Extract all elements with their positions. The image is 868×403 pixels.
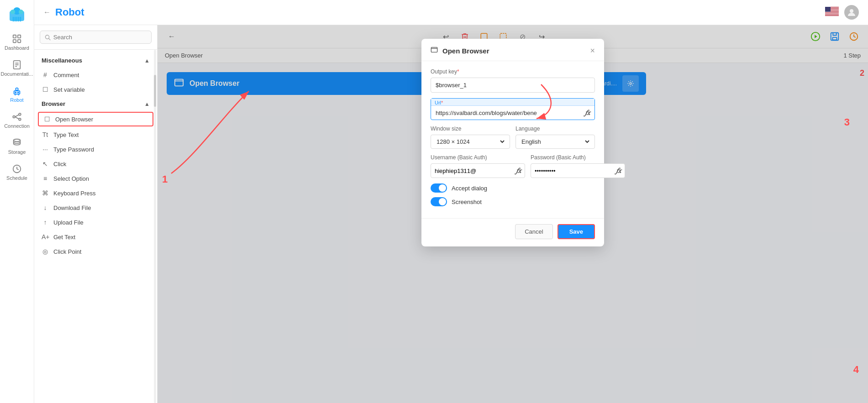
sidebar-item-robot[interactable]: Robot (0, 82, 34, 106)
steps-panel: Miscellaneous ▲ # Comment ☐ Set variable… (34, 25, 158, 403)
step-label: Select Option (53, 175, 89, 182)
app-header: ← Robot (34, 0, 868, 25)
step-item-click[interactable]: ↖ Click (34, 157, 157, 171)
step-label: Click (53, 161, 66, 167)
password-input[interactable] (535, 167, 611, 174)
output-key-input[interactable] (431, 78, 595, 93)
password-col: Password (Basic Auth) 𝑓𝑥 (531, 154, 625, 178)
back-button[interactable]: ← (43, 8, 51, 16)
svg-rect-51 (431, 47, 437, 52)
svg-point-25 (19, 118, 21, 120)
modal-overlay[interactable]: Open Browser × Output key* Url* (158, 25, 868, 403)
step-item-set-variable[interactable]: ☐ Set variable (34, 82, 157, 97)
username-fx-button[interactable]: 𝑓𝑥 (513, 167, 521, 175)
hash-icon: # (42, 71, 49, 79)
save-button[interactable]: Save (558, 224, 595, 239)
window-size-dropdown[interactable]: 1280 × 1024 1920 × 1080 800 × 600 (435, 138, 506, 146)
sidebar-item-schedule[interactable]: Schedule (0, 160, 34, 184)
step-item-open-browser[interactable]: ☐ Open Browser (38, 112, 153, 126)
step-label: Upload File (53, 219, 84, 226)
svg-point-3 (19, 10, 23, 14)
step-item-download-file[interactable]: ↓ Download File (34, 200, 157, 215)
section-label: Miscellaneous (42, 57, 82, 64)
url-input-row: 𝑓𝑥 (431, 106, 594, 120)
url-fx-button[interactable]: 𝑓𝑥 (582, 109, 590, 117)
svg-point-24 (19, 113, 21, 115)
svg-line-40 (49, 38, 50, 40)
keyboard-icon: ⌘ (42, 189, 49, 197)
language-col: Language English French German Spanish (516, 126, 595, 149)
password-fx-button[interactable]: 𝑓𝑥 (613, 167, 621, 175)
language-select[interactable]: English French German Spanish (516, 135, 595, 149)
step-item-click-point[interactable]: ◎ Click Point (34, 244, 157, 259)
app-logo[interactable] (7, 5, 27, 26)
sidebar-item-documentation[interactable]: Documentati... (0, 56, 34, 80)
step-label: Open Browser (55, 116, 93, 123)
canvas-area: ← ↩ ⊘ ↪ (158, 25, 868, 403)
modal-header-icon (431, 46, 438, 55)
accept-dialog-label: Accept dialog (452, 185, 487, 192)
username-input[interactable] (435, 167, 511, 174)
annotation-3: 3 (844, 116, 850, 128)
step-item-select-option[interactable]: ≡ Select Option (34, 171, 157, 186)
scrollbar-thumb[interactable] (154, 75, 156, 107)
search-icon (45, 34, 51, 41)
window-size-select[interactable]: 1280 × 1024 1920 × 1080 800 × 600 (431, 135, 510, 149)
download-icon: ↓ (42, 204, 49, 211)
password-input-wrap: 𝑓𝑥 (531, 163, 625, 178)
chevron-up-icon: ▲ (144, 58, 150, 64)
scrollbar-track[interactable] (154, 50, 156, 403)
modal-close-button[interactable]: × (590, 47, 595, 55)
section-browser[interactable]: Browser ▲ (34, 97, 157, 111)
sidebar-item-connection[interactable]: Connection (0, 108, 34, 132)
section-miscellaneous[interactable]: Miscellaneous ▲ (34, 53, 157, 68)
step-item-keyboard-press[interactable]: ⌘ Keyboard Press (34, 186, 157, 200)
search-input[interactable] (53, 34, 147, 41)
cancel-button[interactable]: Cancel (515, 224, 552, 239)
step-item-get-text[interactable]: A+ Get Text (34, 230, 157, 244)
step-item-type-text[interactable]: Tt Type Text (34, 127, 157, 142)
language-flag[interactable] (825, 7, 839, 18)
svg-rect-35 (825, 13, 839, 14)
username-label: Username (Basic Auth) (431, 154, 525, 161)
svg-rect-10 (18, 35, 21, 38)
svg-rect-12 (18, 40, 21, 42)
modal-title: Open Browser (442, 47, 585, 55)
sidebar: Dashboard Documentati... Robot Connectio… (0, 0, 34, 403)
svg-point-21 (15, 92, 16, 93)
sidebar-item-label: Connection (4, 123, 30, 129)
click-icon: ↖ (42, 160, 49, 167)
step-item-type-password[interactable]: ··· Type Password (34, 142, 157, 157)
type-text-icon: Tt (42, 131, 49, 138)
search-box[interactable] (40, 31, 152, 44)
step-label: Type Password (53, 146, 94, 153)
svg-point-22 (18, 92, 19, 93)
password-label: Password (Basic Auth) (531, 154, 625, 161)
step-label: Keyboard Press (53, 190, 96, 197)
step-label: Click Point (53, 248, 81, 255)
browser-icon: ☐ (43, 115, 51, 123)
output-key-label: Output key* (431, 68, 595, 75)
sidebar-item-storage[interactable]: Storage (0, 134, 34, 158)
url-field-border-label: Url* (431, 99, 594, 106)
accept-dialog-toggle[interactable] (431, 183, 447, 193)
content-area: Miscellaneous ▲ # Comment ☐ Set variable… (34, 25, 868, 403)
language-dropdown[interactable]: English French German Spanish (520, 138, 591, 146)
step-label: Set variable (53, 86, 85, 93)
url-input[interactable] (436, 110, 582, 116)
screenshot-row: Screenshot (431, 197, 595, 206)
modal-footer: Cancel Save (421, 218, 604, 246)
app-title: Robot (55, 6, 84, 18)
sidebar-item-dashboard[interactable]: Dashboard (0, 30, 34, 54)
screenshot-toggle[interactable] (431, 197, 447, 206)
window-size-label: Window size (431, 126, 510, 132)
step-item-upload-file[interactable]: ↑ Upload File (34, 215, 157, 230)
accept-dialog-row: Accept dialog (431, 183, 595, 193)
user-avatar[interactable] (844, 5, 859, 20)
step-item-comment[interactable]: # Comment (34, 68, 157, 82)
window-language-row: Window size 1280 × 1024 1920 × 1080 800 … (431, 126, 595, 149)
username-input-wrap: 𝑓𝑥 (431, 163, 525, 178)
svg-point-28 (14, 139, 21, 142)
sidebar-item-label: Schedule (6, 175, 27, 181)
modal-header: Open Browser × (421, 39, 604, 61)
